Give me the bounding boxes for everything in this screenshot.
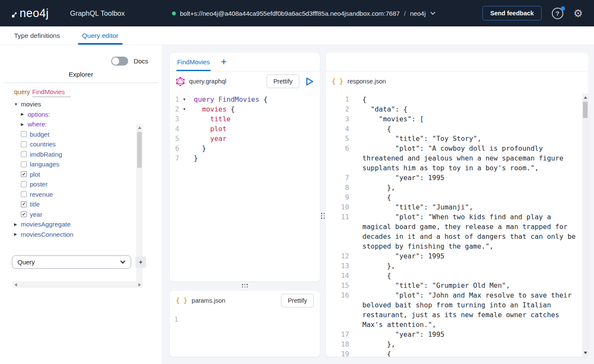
line-number: 7 (173, 153, 179, 163)
line-number: 12 (334, 251, 349, 261)
prettify-query-button[interactable]: Prettify (267, 75, 299, 88)
fold-arrow-icon[interactable]: ▼ (181, 95, 188, 104)
tree-item-options[interactable]: ▶options: (14, 109, 162, 120)
collapsed-arrow-icon[interactable]: ▶ (14, 222, 21, 226)
scrollbar-thumb[interactable] (137, 132, 142, 168)
json-braces-icon: { } (332, 77, 343, 85)
line-number: 5 (173, 134, 179, 143)
operation-type-select[interactable]: Query (12, 255, 131, 269)
query-code-editor[interactable]: 1▼query FindMovies {2▼ movies {3 title4 … (170, 91, 320, 163)
checked-checkbox[interactable]: ✓ (21, 201, 27, 207)
query-tab-findmovies[interactable]: FindMovies (176, 53, 211, 71)
response-text: "plot": "A cowboy doll is profoundly thr… (362, 143, 576, 173)
code-line: 3 title (173, 114, 320, 124)
response-line: 7 "year": 1995 (334, 173, 588, 183)
select-chevron-icon (120, 260, 126, 264)
response-text: { (362, 95, 576, 104)
add-operation-button[interactable]: + (135, 256, 146, 268)
vertical-resize-handle[interactable] (320, 209, 326, 222)
response-vertical-scrollbar[interactable] (582, 94, 588, 357)
docs-toggle[interactable] (111, 57, 128, 66)
neo4j-logo-icon (11, 6, 18, 20)
app-header: neo4j GraphQL Toolbox bolt+s://neo4j@a40… (0, 0, 594, 26)
operation-name-input[interactable]: FindMovies (32, 88, 71, 97)
line-number: 3 (173, 114, 179, 124)
response-line: 1{ (334, 95, 588, 104)
settings-gear-icon[interactable]: ⚙ (574, 8, 583, 19)
play-icon (306, 77, 314, 86)
response-line: 18 }, (334, 339, 588, 349)
connection-separator: / (404, 10, 406, 17)
json-braces-icon: { } (176, 297, 187, 304)
tree-node-label: movies (21, 100, 41, 108)
scroll-right-icon[interactable] (138, 283, 141, 287)
response-tab-strip (326, 53, 588, 72)
line-number: 18 (334, 339, 349, 349)
tab-query-editor[interactable]: Query editor (82, 26, 118, 45)
line-number: 6 (173, 143, 179, 153)
query-editor-card: FindMovies + query.graphql Prettify (170, 53, 320, 281)
params-file-name: params.json (192, 297, 225, 304)
code-text: } (194, 153, 198, 163)
tree-node-label: moviesAggregate (21, 221, 71, 228)
content-area: Docs Explorer queryFindMovies ▼movies▶op… (0, 45, 594, 364)
chevron-down-icon[interactable] (430, 11, 436, 15)
scrollbar-thumb[interactable] (583, 102, 588, 118)
code-line: 7} (173, 153, 320, 163)
run-query-button[interactable] (306, 77, 314, 86)
unchecked-checkbox[interactable] (21, 181, 27, 187)
scroll-left-icon[interactable] (14, 283, 17, 287)
fold-gutter (181, 114, 188, 124)
response-line: 16 "plot": "John and Max resolve to save… (334, 290, 588, 330)
code-line: 5 year (173, 134, 320, 143)
scroll-down-icon[interactable] (584, 352, 587, 354)
query-file-name: query.graphql (189, 78, 227, 85)
params-toolbar: { } params.json Prettify (170, 291, 320, 310)
response-text: { (362, 349, 576, 357)
params-code-editor[interactable]: 1 (170, 310, 320, 324)
fold-gutter (181, 143, 188, 153)
tree-node-label: where: (28, 120, 47, 128)
response-line: 3 "movies": [ (334, 114, 588, 124)
operation-keyword: query (14, 88, 30, 95)
unchecked-checkbox[interactable] (21, 131, 27, 137)
toggle-knob (112, 57, 119, 65)
new-query-tab-button[interactable]: + (221, 56, 227, 68)
unchecked-checkbox[interactable] (21, 161, 27, 167)
unchecked-checkbox[interactable] (21, 191, 27, 197)
response-line: 10 "title": "Jumanji", (334, 202, 588, 212)
collapsed-arrow-icon[interactable]: ▶ (14, 232, 21, 236)
scroll-up-icon[interactable] (138, 126, 141, 129)
response-line: 12 "year": 1995 (334, 251, 588, 261)
response-text: "data": { (362, 104, 576, 114)
connection-info: bolt+s://neo4j@a408a44ca955efdf0b9a6ac5d… (172, 10, 436, 17)
line-number: 4 (334, 124, 349, 134)
checked-checkbox[interactable]: ✓ (21, 171, 27, 177)
fold-arrow-icon[interactable]: ▼ (181, 104, 188, 114)
collapsed-arrow-icon[interactable]: ▶ (21, 122, 28, 126)
response-line: 15 "title": "Grumpier Old Men", (334, 281, 588, 290)
checked-checkbox[interactable]: ✓ (21, 211, 27, 217)
send-feedback-button[interactable]: Send feedback (482, 6, 541, 20)
tree-field-label: countries (30, 140, 56, 148)
line-number: 13 (334, 261, 349, 271)
collapsed-arrow-icon[interactable]: ▶ (21, 112, 28, 116)
expanded-arrow-icon[interactable]: ▼ (14, 102, 21, 106)
response-text: "year": 1995 (362, 173, 576, 183)
unchecked-checkbox[interactable] (21, 141, 27, 147)
tab-type-definitions[interactable]: Type definitions (14, 26, 60, 45)
scroll-up-icon[interactable] (584, 96, 587, 99)
explorer-horizontal-scrollbar[interactable] (13, 281, 143, 288)
tree-field-label: year (30, 211, 42, 218)
response-text: }, (362, 183, 576, 192)
response-viewer[interactable]: 1{2 "data": {3 "movies": [4 {5 "title": … (326, 91, 588, 357)
line-number: 8 (334, 183, 349, 192)
help-button[interactable]: ? (552, 8, 563, 19)
prettify-params-button[interactable]: Prettify (281, 294, 314, 307)
unchecked-checkbox[interactable] (21, 151, 27, 157)
line-number: 16 (334, 290, 349, 330)
response-text: { (362, 271, 576, 281)
tree-item-movies[interactable]: ▼movies (14, 99, 162, 109)
response-text: { (362, 124, 576, 134)
horizontal-resize-handle[interactable] (170, 282, 320, 289)
